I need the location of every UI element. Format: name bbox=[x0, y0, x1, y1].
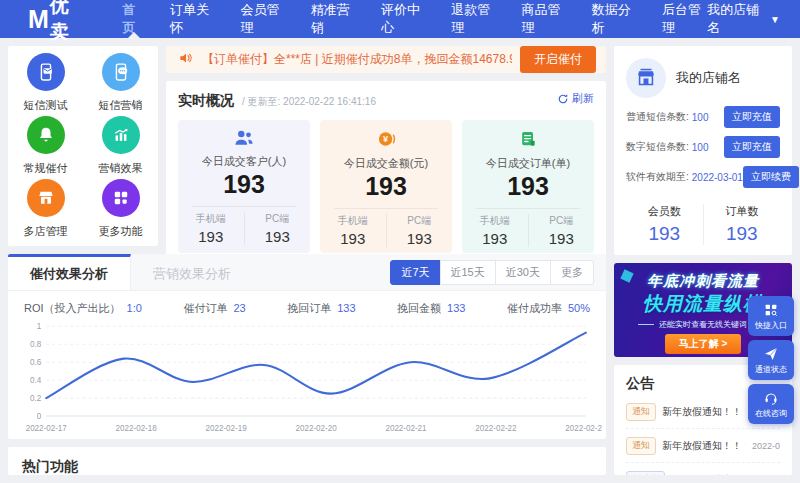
shortcut-multi-store[interactable]: 多店管理 bbox=[8, 177, 83, 240]
analysis-panel: 催付效果分析 营销效果分析 近7天 近15天 近30天 更多 ROI（投入产出比… bbox=[8, 254, 606, 439]
stat-card-customers: 今日成交客户(人) 193 手机端 193 PC端 193 bbox=[178, 120, 310, 253]
range-selector: 近7天 近15天 近30天 更多 bbox=[390, 260, 594, 285]
headset-icon bbox=[763, 390, 779, 406]
svg-text:2022-02-22: 2022-02-22 bbox=[475, 424, 517, 433]
tab-marketing-effect[interactable]: 营销效果分析 bbox=[131, 254, 253, 290]
main-nav: 首页 订单关怀 会员管理 精准营销 评价中心 退款管理 商品管理 数据分析 后台… bbox=[122, 0, 707, 38]
speaker-icon bbox=[178, 50, 194, 70]
range-more-button[interactable]: 更多 bbox=[550, 260, 594, 285]
shortcut-more-features[interactable]: 更多功能 bbox=[83, 177, 158, 240]
realtime-updated-at: / 更新至: 2022-02-22 16:41:16 bbox=[242, 95, 376, 109]
metrics-row: ROI（投入产出比）1:0 催付订单23 挽回订单133 挽回金额133 催付成… bbox=[8, 291, 606, 318]
customers-icon bbox=[233, 129, 255, 147]
shop-name: 我的店铺名 bbox=[676, 69, 741, 87]
paper-plane-icon bbox=[763, 346, 779, 362]
roi-trend-line-chart: 00.20.40.60.812022-02-172022-02-182022-0… bbox=[12, 318, 602, 439]
nav-item-order-care[interactable]: 订单关怀 bbox=[170, 0, 215, 38]
mobile-value: 193 bbox=[462, 230, 528, 247]
quick-entry-button[interactable]: 快捷入口 bbox=[748, 296, 794, 336]
metric-recovered-orders: 挽回订单133 bbox=[287, 301, 355, 316]
mobile-label: 手机端 bbox=[462, 214, 528, 228]
members-count: 会员数 193 bbox=[626, 204, 704, 245]
nav-item-refunds[interactable]: 退款管理 bbox=[451, 0, 496, 38]
shortcut-marketing-effect[interactable]: 营销效果 bbox=[83, 115, 158, 178]
metric-success-rate: 催付成功率50% bbox=[507, 301, 590, 316]
mobile-label: 手机端 bbox=[320, 214, 386, 228]
renew-button[interactable]: 立即续费 bbox=[743, 166, 799, 188]
range-30d-button[interactable]: 近30天 bbox=[495, 260, 551, 285]
svg-text:0.2: 0.2 bbox=[30, 394, 42, 403]
promo-line1: 年底冲刺看流量 bbox=[614, 272, 792, 291]
page-body: 短信测试 短信营销 常规催付 bbox=[0, 38, 800, 483]
recharge-digital-sms-button[interactable]: 立即充值 bbox=[724, 136, 780, 158]
pc-value: 193 bbox=[387, 230, 453, 247]
range-15d-button[interactable]: 近15天 bbox=[440, 260, 496, 285]
shortcut-label: 营销效果 bbox=[99, 161, 143, 176]
stat-label: 今日成交金额(元) bbox=[320, 156, 452, 171]
stat-card-orders: 今日成交订单(单) 193 手机端 193 PC端 193 bbox=[462, 120, 594, 253]
online-support-button[interactable]: 在线咨询 bbox=[748, 384, 794, 424]
shortcut-label: 更多功能 bbox=[99, 224, 143, 239]
shortcut-label: 常规催付 bbox=[24, 161, 68, 176]
nav-item-products[interactable]: 商品管理 bbox=[521, 0, 566, 38]
feature-badge: 新功能 bbox=[626, 471, 665, 475]
nav-item-marketing[interactable]: 精准营销 bbox=[311, 0, 356, 38]
svg-text:2022-02-19: 2022-02-19 bbox=[206, 424, 248, 433]
realtime-title: 实时概况 bbox=[178, 92, 234, 110]
sms-marketing-icon bbox=[102, 53, 140, 91]
promo-learn-more-button[interactable]: 马上了解 > bbox=[665, 334, 742, 354]
range-7d-button[interactable]: 近7天 bbox=[390, 260, 440, 285]
nav-item-admin[interactable]: 后台管理 bbox=[662, 0, 707, 38]
floating-toolbar: 快捷入口 通道状态 在线咨询 bbox=[748, 296, 794, 424]
metric-reminder-orders: 催付订单23 bbox=[183, 301, 245, 316]
stat-value: 193 bbox=[178, 170, 310, 199]
shortcut-label: 短信营销 bbox=[99, 98, 143, 113]
stat-value: 193 bbox=[462, 172, 594, 201]
notice-badge: 通知 bbox=[626, 403, 656, 421]
tab-reminder-effect[interactable]: 催付效果分析 bbox=[8, 254, 131, 290]
nav-item-reviews[interactable]: 评价中心 bbox=[381, 0, 426, 38]
pc-label: PC端 bbox=[245, 212, 311, 226]
svg-text:0.8: 0.8 bbox=[30, 340, 42, 349]
recharge-normal-sms-button[interactable]: 立即充值 bbox=[724, 106, 780, 128]
account-name: 我的店铺名 bbox=[707, 1, 765, 37]
stat-value: 193 bbox=[320, 172, 452, 201]
grid-icon bbox=[102, 179, 140, 217]
banner-text: 【订单催付】全***店 | 近期催付成功8单，挽回金额14678.94元，催付成… bbox=[202, 51, 512, 68]
shortcut-sms-test[interactable]: 短信测试 bbox=[8, 52, 83, 115]
shop-info-panel: 我的店铺名 普通短信条数:100 立即充值 数字短信条数:100 立即充值 软件… bbox=[614, 46, 792, 255]
svg-text:2022-02-17: 2022-02-17 bbox=[26, 424, 68, 433]
pc-label: PC端 bbox=[387, 214, 453, 228]
nav-item-home[interactable]: 首页 bbox=[122, 0, 145, 38]
pc-label: PC端 bbox=[529, 214, 595, 228]
svg-text:2022-02-18: 2022-02-18 bbox=[116, 424, 158, 433]
pc-value: 193 bbox=[529, 230, 595, 247]
account-menu[interactable]: 我的店铺名 ▼ bbox=[707, 1, 780, 37]
main-top: 【订单催付】全***店 | 近期催付成功8单，挽回金额14678.94元，催付成… bbox=[166, 46, 606, 246]
refresh-button[interactable]: 刷新 bbox=[557, 91, 594, 106]
enable-reminder-button[interactable]: 开启催付 bbox=[520, 46, 596, 73]
mobile-label: 手机端 bbox=[178, 212, 244, 226]
shortcut-sms-marketing[interactable]: 短信营销 bbox=[83, 52, 158, 115]
yen-coin-icon: ¥ bbox=[376, 129, 396, 149]
shortcut-label: 短信测试 bbox=[24, 98, 68, 113]
order-doc-icon bbox=[518, 129, 538, 149]
channel-status-button[interactable]: 通道状态 bbox=[748, 340, 794, 380]
apps-search-icon bbox=[763, 302, 779, 318]
storefront-icon bbox=[635, 67, 657, 89]
pc-value: 193 bbox=[245, 228, 311, 245]
shop-avatar bbox=[626, 58, 666, 98]
top-navbar: M 优卖 首页 订单关怀 会员管理 精准营销 评价中心 退款管理 商品管理 数据… bbox=[0, 0, 800, 38]
nav-item-members[interactable]: 会员管理 bbox=[240, 0, 285, 38]
logo-m-icon: M bbox=[28, 7, 48, 32]
announcement-row[interactable]: 通知 新年放假通知！！！ 2022-0 bbox=[626, 429, 780, 463]
shop-row-normal-sms: 普通短信条数:100 立即充值 bbox=[626, 106, 780, 128]
shop-row-digital-sms: 数字短信条数:100 立即充值 bbox=[626, 136, 780, 158]
svg-text:0: 0 bbox=[37, 412, 42, 421]
announcement-row[interactable]: 新功能 自动化营销功能上线 2022-01-25 bbox=[626, 463, 780, 475]
shortcut-label: 多店管理 bbox=[24, 224, 68, 239]
shortcut-regular-reminder[interactable]: 常规催付 bbox=[8, 115, 83, 178]
svg-text:2022-02-21: 2022-02-21 bbox=[385, 424, 427, 433]
nav-item-analytics[interactable]: 数据分析 bbox=[592, 0, 637, 38]
reminder-banner: 【订单催付】全***店 | 近期催付成功8单，挽回金额14678.94元，催付成… bbox=[166, 46, 606, 73]
